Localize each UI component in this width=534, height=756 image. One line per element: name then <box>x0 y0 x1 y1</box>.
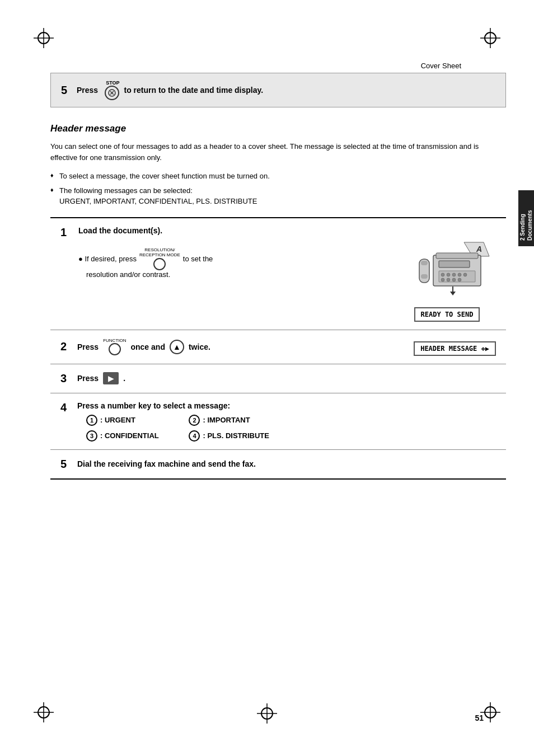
stop-button-icon[interactable] <box>105 86 119 100</box>
bullet-item: To select a message, the cover sheet fun… <box>50 171 506 182</box>
step-1-left: ● If desired, press RESOLUTION/RECEPTION… <box>78 240 392 279</box>
option-4: 4 : PLS. DISTRIBUTE <box>189 430 269 442</box>
step-4-content: Press a number key to select a message: … <box>77 401 269 442</box>
num-2: 2 <box>189 415 200 426</box>
label-1: : URGENT <box>100 416 135 424</box>
step-3-row: 3 Press ▶ . <box>50 364 506 393</box>
option-2: 2 : IMPORTANT <box>189 415 269 426</box>
function-button[interactable] <box>109 343 121 355</box>
step-3-inner: 3 Press ▶ . <box>60 372 496 385</box>
stop-button-wrap: STOP <box>105 80 119 100</box>
svg-point-28 <box>452 278 456 281</box>
bullet-item: The following messages can be selected:U… <box>50 185 506 207</box>
step-1-inner: 1 Load the document(s). ● If desired, pr… <box>60 226 496 322</box>
step5-top-text: to return to the date and time display. <box>124 86 264 95</box>
step-1-right: A <box>398 240 496 322</box>
step-1-subtext: ● If desired, press <box>78 255 137 263</box>
step-2-left: 2 Press FUNCTION once and ▲ twice. <box>60 338 210 355</box>
step-5-title: Dial the receiving fax machine and send … <box>77 459 256 468</box>
steps-container: 1 Load the document(s). ● If desired, pr… <box>50 217 506 480</box>
step-1-body: ● If desired, press RESOLUTION/RECEPTION… <box>78 240 496 322</box>
header-message-title: Header message <box>50 123 506 134</box>
svg-rect-32 <box>421 274 428 279</box>
step5-top-number: 5 <box>61 84 74 97</box>
step-2-number: 2 <box>60 340 73 353</box>
svg-point-26 <box>441 278 444 281</box>
corner-mark-tr <box>480 28 500 48</box>
resolution-btn-wrap: RESOLUTION/RECEPTION MODE <box>139 247 180 270</box>
option-1: 1 : URGENT <box>86 415 166 426</box>
stop-label: STOP <box>106 80 119 86</box>
step-1-row: 1 Load the document(s). ● If desired, pr… <box>50 218 506 330</box>
resolution-button[interactable] <box>153 258 166 270</box>
svg-point-24 <box>458 273 461 276</box>
bullet-list: To select a message, the cover sheet fun… <box>50 171 506 207</box>
step5-top-box: 5 Press STOP to return to the date and t… <box>50 73 506 107</box>
function-btn-wrap: FUNCTION <box>103 338 126 355</box>
step-1-subtext2: to set the <box>183 255 213 263</box>
step-4-number: 4 <box>60 401 73 414</box>
svg-point-23 <box>452 273 456 276</box>
svg-point-25 <box>463 273 467 276</box>
step-1-sub: ● If desired, press RESOLUTION/RECEPTION… <box>78 240 392 270</box>
ready-to-send-display: READY TO SEND <box>414 307 480 322</box>
svg-rect-31 <box>421 261 428 265</box>
step-5-inner: 5 Dial the receiving fax machine and sen… <box>60 458 496 471</box>
section-intro: You can select one of four messages to a… <box>50 141 506 163</box>
step5-top-press: Press <box>77 86 98 95</box>
label-2: : IMPORTANT <box>203 416 250 424</box>
svg-marker-34 <box>450 292 456 295</box>
step-5-row: 5 Dial the receiving fax machine and sen… <box>50 450 506 478</box>
function-label: FUNCTION <box>103 338 126 343</box>
number-options: 1 : URGENT 2 : IMPORTANT 3 : CONFIDENTIA… <box>86 415 269 442</box>
svg-point-29 <box>458 278 461 281</box>
corner-mark-bc <box>257 703 277 725</box>
svg-rect-18 <box>436 253 478 259</box>
step-1-number: 1 <box>60 226 73 239</box>
step-4-title: Press a number key to select a message: <box>77 401 269 410</box>
step-3-number: 3 <box>60 372 73 385</box>
svg-rect-19 <box>439 261 470 267</box>
svg-point-21 <box>441 273 444 276</box>
num-3: 3 <box>86 430 97 442</box>
step-5-number: 5 <box>60 458 73 471</box>
step-1-title: Load the document(s). <box>78 226 496 235</box>
svg-point-27 <box>447 278 450 281</box>
step-2-once: once and <box>130 342 165 351</box>
header-message-display: HEADER MESSAGE ❖▶ <box>414 341 496 356</box>
main-content: 5 Press STOP to return to the date and t… <box>50 73 506 711</box>
page-title: Cover Sheet <box>421 62 461 70</box>
label-4: : PLS. DISTRIBUTE <box>203 431 269 440</box>
step-1-subtext3: resolution and/or contrast. <box>86 270 392 279</box>
svg-point-22 <box>447 273 450 276</box>
label-3: : CONFIDENTIAL <box>100 431 159 440</box>
corner-mark-tl <box>34 28 54 48</box>
resolution-label: RESOLUTION/RECEPTION MODE <box>139 247 180 258</box>
num-4: 4 <box>189 430 200 442</box>
up-button[interactable]: ▲ <box>170 340 184 354</box>
page-number: 51 <box>475 713 484 722</box>
step-1-content: Load the document(s). ● If desired, pres… <box>78 226 496 322</box>
option-3: 3 : CONFIDENTIAL <box>86 430 166 442</box>
svg-text:A: A <box>476 245 482 253</box>
step-2-row: 2 Press FUNCTION once and ▲ twice. HEADE… <box>50 330 506 364</box>
step-4-row: 4 Press a number key to select a message… <box>50 393 506 450</box>
fax-illustration: A <box>402 240 492 304</box>
step-2-twice: twice. <box>189 342 210 351</box>
step-3-period: . <box>123 374 125 383</box>
press-arrow-button[interactable]: ▶ <box>103 372 119 384</box>
step-4-inner: 4 Press a number key to select a message… <box>60 401 496 442</box>
num-1: 1 <box>86 415 97 426</box>
sidebar-tab: 2 Sending Documents <box>518 190 534 246</box>
step-3-press: Press <box>77 374 99 383</box>
step-2-press: Press <box>77 342 99 351</box>
step-2-inner: 2 Press FUNCTION once and ▲ twice. HEADE… <box>60 338 496 356</box>
